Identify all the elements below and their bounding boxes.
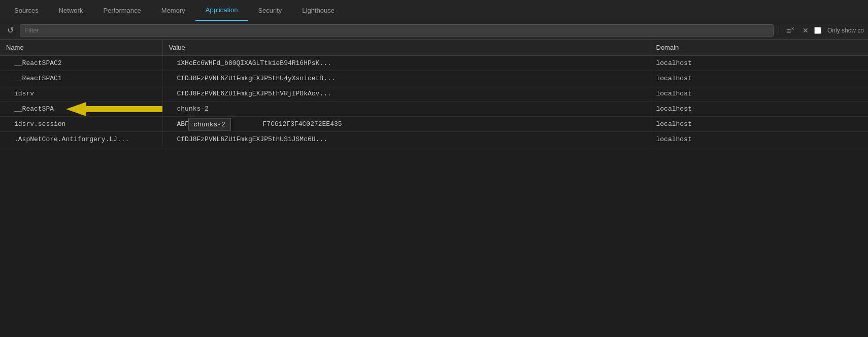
table-row[interactable]: __ReactSPA c [0, 102, 868, 117]
toolbar-divider [779, 25, 779, 36]
cell-value: CfDJ8FzPVNL6ZU1FmkgEXJP5thVRjlPOkAcv... [162, 86, 650, 102]
cell-name: __ReactSPAC2 [0, 56, 162, 71]
tab-application[interactable]: Application [195, 0, 248, 21]
table-row[interactable]: idsrv CfDJ8FzPVNL6ZU1FmkgEXJP5thVRjlPOkA… [0, 86, 868, 102]
cell-domain: localhost [650, 102, 868, 117]
cell-value: ABF1 chunks-2 F7C612F3F4C0272EE435 [162, 117, 650, 132]
table-row[interactable]: __ReactSPAC2 1XHcEc6WHFd_b80QIXAGLTtk1eB… [0, 56, 868, 71]
cell-domain: localhost [650, 132, 868, 147]
only-show-cookies-checkbox[interactable] [814, 27, 821, 34]
column-header-domain: Domain [650, 40, 868, 56]
tab-memory[interactable]: Memory [151, 0, 195, 21]
cell-name: idsrv.session [0, 117, 162, 132]
cell-domain: localhost [650, 56, 868, 71]
cell-value: CfDJ8FzPVNL6ZU1FmkgEXJP5thUS1JSMc6U... [162, 132, 650, 147]
clear-filter-icon: ≡× [787, 25, 794, 35]
cell-name: __ReactSPAC1 [0, 71, 162, 86]
cell-name: .AspNetCore.Antiforgery.LJ... [0, 132, 162, 147]
table-row[interactable]: __ReactSPAC1 CfDJ8FzPVNL6ZU1FmkgEXJP5thU… [0, 71, 868, 86]
tab-network[interactable]: Network [49, 0, 93, 21]
cell-value: chunks-2 [162, 102, 650, 117]
close-icon: ✕ [803, 26, 809, 35]
cell-value: CfDJ8FzPVNL6ZU1FmkgEXJP5thU4yXsnlcetB... [162, 71, 650, 86]
toolbar: ↺ ≡× ✕ Only show co [0, 21, 868, 40]
column-header-value: Value [162, 40, 650, 56]
table-header-row: Name Value Domain [0, 40, 868, 56]
cell-name-text: __ReactSPA [14, 105, 54, 113]
reload-button[interactable]: ↺ [4, 23, 17, 37]
svg-marker-2 [66, 102, 86, 116]
close-button[interactable]: ✕ [800, 25, 811, 36]
filter-input[interactable] [20, 24, 774, 37]
tab-sources[interactable]: Sources [4, 0, 49, 21]
arrow-annotation [66, 102, 162, 117]
tooltip-box: chunks-2 [188, 118, 231, 130]
table-row[interactable]: idsrv.session ABF1 chunks-2 F7C612F3F4C0… [0, 117, 868, 132]
reload-icon: ↺ [7, 25, 14, 35]
cookie-table: Name Value Domain __ReactSPAC2 1XHcEc6WH… [0, 40, 868, 147]
cell-value: 1XHcEc6WHFd_b80QIXAGLTtk1eB94Ri6HPsK... [162, 56, 650, 71]
svg-rect-1 [86, 106, 162, 112]
cell-value-suffix: F7C612F3F4C0272EE435 [263, 120, 342, 128]
cell-domain: localhost [650, 117, 868, 132]
only-show-cookies-wrapper: Only show co [814, 27, 864, 34]
cell-name: __ReactSPA [0, 102, 162, 117]
column-header-name: Name [0, 40, 162, 56]
cell-domain: localhost [650, 71, 868, 86]
table-row[interactable]: .AspNetCore.Antiforgery.LJ... CfDJ8FzPVN… [0, 132, 868, 147]
only-show-label: Only show co [827, 27, 864, 34]
cookie-table-container: Name Value Domain __ReactSPAC2 1XHcEc6WH… [0, 40, 868, 147]
tab-bar: Sources Network Performance Memory Appli… [0, 0, 868, 21]
clear-filter-button[interactable]: ≡× [784, 24, 797, 37]
cell-domain: localhost [650, 86, 868, 102]
cell-name: idsrv [0, 86, 162, 102]
tab-performance[interactable]: Performance [93, 0, 151, 21]
tab-lighthouse[interactable]: Lighthouse [292, 0, 345, 21]
tab-security[interactable]: Security [248, 0, 292, 21]
